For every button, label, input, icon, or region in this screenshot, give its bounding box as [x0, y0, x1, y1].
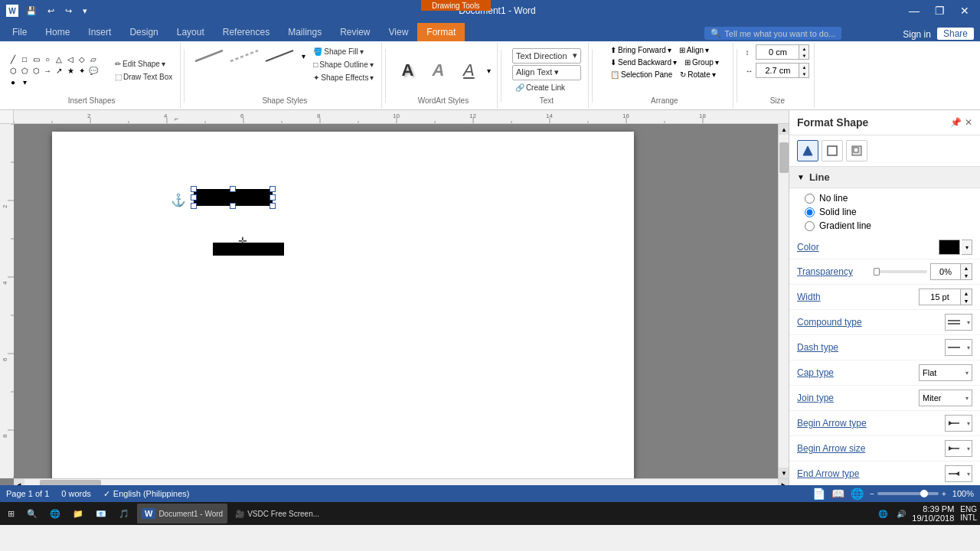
star2-tool[interactable]: ✦: [77, 65, 87, 76]
fill-tab-btn[interactable]: [797, 140, 818, 161]
scroll-thumb[interactable]: [779, 142, 789, 173]
shape-effects-btn[interactable]: ✦ Shape Effects ▾: [310, 72, 377, 83]
width-label[interactable]: Width: [797, 292, 919, 302]
view-normal-btn[interactable]: 📄: [812, 487, 825, 500]
redo-qat-btn[interactable]: ↪: [62, 5, 75, 18]
line-tool[interactable]: ╱: [8, 54, 18, 64]
save-qat-btn[interactable]: 💾: [23, 5, 40, 18]
create-link-btn[interactable]: 🔗 Create Link: [512, 82, 581, 93]
tab-references[interactable]: References: [214, 23, 279, 41]
handle-bc[interactable]: [230, 203, 236, 209]
file-explorer-btn[interactable]: 📁: [68, 504, 88, 523]
begin-arrow-type-dropdown[interactable]: ▾: [945, 415, 972, 432]
zoom-slider[interactable]: [877, 492, 939, 495]
scroll-left-btn[interactable]: ◄: [14, 479, 24, 485]
close-btn[interactable]: ✕: [956, 3, 974, 18]
minimize-btn[interactable]: —: [904, 3, 924, 18]
handle-tl[interactable]: [191, 186, 197, 192]
end-arrow-type-label[interactable]: End Arrow type: [797, 468, 945, 479]
star-tool[interactable]: ★: [65, 65, 76, 76]
handle-br[interactable]: [270, 203, 276, 209]
parallelogram-tool[interactable]: ▱: [88, 54, 99, 64]
shape2-rect[interactable]: [213, 243, 284, 256]
undo-qat-btn[interactable]: ↩: [44, 5, 57, 18]
text-direction-btn[interactable]: Text Direction ▾: [512, 48, 581, 64]
wordart-item-3[interactable]: A: [455, 57, 482, 84]
task-view-btn[interactable]: 🌐: [45, 504, 65, 523]
vsdc-taskbar-btn[interactable]: 🎥 VSDC Free Screen...: [230, 504, 324, 523]
no-line-option[interactable]: No line: [805, 193, 965, 204]
dash-type-dropdown[interactable]: ▾: [945, 339, 972, 356]
compound-type-label[interactable]: Compound type: [797, 317, 945, 328]
zoom-thumb[interactable]: [920, 490, 928, 497]
tab-design[interactable]: Design: [120, 23, 167, 41]
triangle-tool[interactable]: △: [54, 54, 64, 64]
qat-dropdown-btn[interactable]: ▾: [80, 5, 90, 18]
rotate-btn[interactable]: ↻Rotate▾: [677, 69, 718, 80]
end-arrow-type-dropdown[interactable]: ▾: [945, 465, 972, 482]
scroll-down-btn[interactable]: ▼: [779, 468, 789, 478]
slider-thumb[interactable]: [874, 268, 880, 276]
wordart-item-1[interactable]: A: [394, 57, 421, 84]
color-dropdown-btn[interactable]: ▾: [962, 240, 972, 255]
rtriangle-tool[interactable]: ◁: [65, 54, 76, 64]
zoom-level[interactable]: 100%: [952, 489, 974, 498]
height-up-btn[interactable]: ▲: [799, 45, 808, 52]
tab-format[interactable]: Format: [417, 23, 465, 41]
rect-tool[interactable]: □: [19, 54, 30, 64]
language-indicator[interactable]: ✓ English (Philippines): [103, 489, 190, 499]
maximize-btn[interactable]: ❐: [930, 3, 949, 18]
cap-type-dropdown[interactable]: Flat ▾: [919, 364, 972, 381]
color-label[interactable]: Color: [797, 242, 939, 253]
zoom-in-btn[interactable]: +: [942, 490, 946, 498]
edit-shape-btn[interactable]: ✏ Edit Shape ▾: [112, 58, 175, 70]
scroll-h-thumb[interactable]: [40, 480, 101, 485]
panel-close-btn[interactable]: ✕: [965, 117, 972, 128]
transparency-up-btn[interactable]: ▲: [961, 264, 972, 272]
height-down-btn[interactable]: ▼: [799, 52, 808, 59]
tab-file[interactable]: File: [3, 23, 36, 41]
tab-home[interactable]: Home: [36, 23, 79, 41]
network-icon[interactable]: 🌐: [875, 510, 890, 518]
dash-type-label[interactable]: Dash type: [797, 342, 945, 353]
height-spinner[interactable]: 0 cm ▲ ▼: [756, 44, 809, 60]
style-item-3[interactable]: [263, 44, 296, 67]
more-shapes[interactable]: ▾: [19, 77, 30, 87]
border-tab-btn[interactable]: [822, 140, 843, 161]
tab-layout[interactable]: Layout: [168, 23, 214, 41]
arrow2-tool[interactable]: ↗: [54, 65, 64, 76]
align-text-btn[interactable]: Align Text ▾: [512, 65, 581, 80]
arrow-tool[interactable]: →: [42, 65, 53, 76]
handle-ml[interactable]: [191, 194, 197, 201]
tab-insert[interactable]: Insert: [79, 23, 120, 41]
align-btn[interactable]: ⊞Align▾: [676, 44, 712, 56]
search-btn[interactable]: 🔍: [22, 504, 42, 523]
mail-btn[interactable]: 📧: [91, 504, 111, 523]
join-type-dropdown[interactable]: Miter ▾: [919, 390, 972, 406]
transparency-slider[interactable]: [874, 270, 927, 273]
handle-bl[interactable]: [191, 203, 197, 209]
width-up-btn[interactable]: ▲: [799, 64, 808, 70]
diamond-tool[interactable]: ◇: [77, 54, 87, 64]
pentagon-tool[interactable]: ⬠: [19, 65, 30, 76]
width-up-btn[interactable]: ▲: [961, 289, 972, 297]
sign-in-btn[interactable]: Sign in: [903, 29, 931, 40]
shape-fill-btn[interactable]: 🪣 Shape Fill ▾: [310, 46, 377, 57]
transparency-label[interactable]: Transparency: [797, 266, 874, 277]
scrollbar-h[interactable]: ◄ ►: [14, 478, 789, 485]
music-btn[interactable]: 🎵: [114, 504, 134, 523]
start-btn[interactable]: ⊞: [3, 504, 19, 523]
tab-review[interactable]: Review: [331, 23, 379, 41]
transparency-down-btn[interactable]: ▼: [961, 272, 972, 279]
scroll-up-btn[interactable]: ▲: [779, 124, 789, 135]
solid-line-radio[interactable]: [805, 207, 815, 217]
scrollbar-v[interactable]: ▲ ▼: [778, 124, 789, 478]
no-line-radio[interactable]: [805, 194, 815, 204]
transparency-spinner[interactable]: 0% ▲ ▼: [930, 263, 972, 280]
gradient-line-option[interactable]: Gradient line: [805, 220, 965, 231]
width-spinner-panel[interactable]: 15 pt ▲ ▼: [919, 289, 972, 305]
round-rect-tool[interactable]: ▭: [31, 54, 41, 64]
tab-view[interactable]: View: [380, 23, 418, 41]
callout-tool[interactable]: 💬: [88, 65, 99, 76]
color-swatch[interactable]: [939, 240, 960, 255]
